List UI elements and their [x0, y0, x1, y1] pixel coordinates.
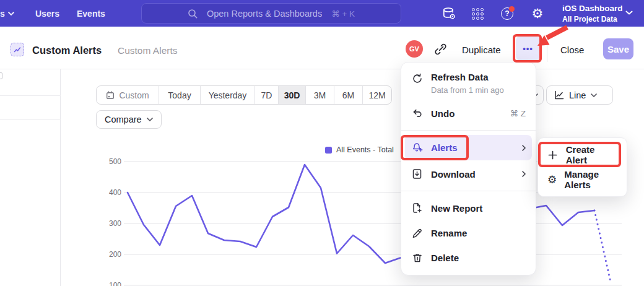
- gear-icon: ⚙: [547, 175, 557, 185]
- nav-item-events[interactable]: Events: [77, 9, 105, 19]
- search-icon: [188, 9, 198, 19]
- submenu-item-create-alert[interactable]: Create Alert: [538, 142, 627, 167]
- menu-item-alerts[interactable]: Alerts: [405, 135, 532, 160]
- save-button[interactable]: Save: [603, 38, 633, 59]
- chevron-down-icon: [625, 11, 633, 15]
- calendar-icon: [106, 91, 115, 100]
- alerts-submenu: Create Alert ⚙ Manage Alerts: [537, 137, 627, 197]
- data-management-icon[interactable]: [441, 6, 457, 22]
- chevron-right-icon: [522, 145, 526, 151]
- new-report-icon: [411, 202, 423, 214]
- divider: [0, 119, 61, 120]
- help-icon[interactable]: ?: [499, 6, 515, 22]
- chevron-down-icon: [8, 12, 14, 15]
- search-shortcut: ⌘ + K: [331, 9, 355, 19]
- trash-icon: [411, 253, 423, 263]
- legend-label: All Events - Total: [336, 145, 394, 154]
- page-title: Custom Alerts: [32, 45, 102, 56]
- app-window: s Users Events Open Reports & Dashboards…: [0, 0, 644, 286]
- line-chart-icon: [554, 90, 564, 100]
- refresh-icon: [411, 73, 423, 84]
- top-nav-bar: s Users Events Open Reports & Dashboards…: [0, 0, 644, 27]
- more-options-button[interactable]: •••: [516, 36, 540, 61]
- menu-item-rename[interactable]: Rename: [401, 220, 536, 245]
- y-axis-label: 400: [109, 188, 121, 197]
- range-7d[interactable]: 7D: [255, 86, 278, 104]
- report-header: Custom Alerts Custom Alerts GV Duplicate…: [0, 27, 644, 69]
- menu-divider: [401, 130, 536, 131]
- avatar[interactable]: GV: [406, 40, 423, 58]
- project-switcher[interactable]: iOS Dashboard All Project Data: [562, 4, 623, 24]
- divider: [547, 38, 547, 62]
- close-button[interactable]: Close: [560, 45, 584, 55]
- menu-label: Delete: [431, 253, 526, 263]
- range-30d-selected[interactable]: 30D: [278, 86, 305, 104]
- alert-bell-plus-icon: [411, 142, 423, 153]
- more-options-menu: Refresh Data Data from 1 min ago Undo ⌘ …: [401, 62, 536, 275]
- menu-label: Rename: [431, 228, 526, 238]
- y-axis-label: 500: [109, 157, 121, 166]
- chart-legend[interactable]: All Events - Total: [325, 145, 394, 154]
- chart-type-dropdown[interactable]: Line: [546, 85, 613, 105]
- plus-icon: [547, 150, 559, 160]
- range-today[interactable]: Today: [159, 86, 200, 104]
- nav-truncated-label: s: [0, 9, 5, 19]
- menu-item-new-report[interactable]: New Report: [401, 196, 536, 220]
- report-type-icon: [11, 43, 24, 56]
- project-title: iOS Dashboard: [562, 4, 623, 13]
- chevron-down-icon: [147, 118, 153, 121]
- menu-item-download[interactable]: Download: [401, 162, 536, 186]
- notification-dot: [509, 6, 515, 12]
- nav-item-users[interactable]: Users: [35, 9, 59, 19]
- y-axis-label: 100: [109, 281, 121, 286]
- nav-item-truncated[interactable]: s: [0, 9, 14, 19]
- breadcrumb[interactable]: Custom Alerts: [118, 45, 177, 56]
- project-subtitle: All Project Data: [562, 15, 623, 24]
- undo-icon: [411, 108, 423, 119]
- menu-divider: [401, 191, 536, 191]
- legend-swatch: [325, 147, 332, 154]
- copy-link-icon[interactable]: [435, 43, 446, 55]
- y-axis-label: 200: [109, 250, 121, 259]
- range-6m[interactable]: 6M: [334, 86, 362, 104]
- menu-label: New Report: [431, 203, 526, 214]
- compare-button[interactable]: Compare: [96, 110, 162, 129]
- download-icon: [411, 168, 423, 180]
- duplicate-button[interactable]: Duplicate: [462, 45, 501, 55]
- collapsed-control: [0, 72, 2, 79]
- date-range-control: Custom Today Yesterday 7D 30D 3M 6M 12M: [96, 85, 392, 105]
- refresh-status-text: Data from 1 min ago: [431, 85, 526, 95]
- submenu-item-manage-alerts[interactable]: ⚙ Manage Alerts: [538, 167, 627, 192]
- menu-item-delete[interactable]: Delete: [401, 245, 536, 270]
- menu-label: Download: [431, 169, 514, 180]
- range-12m[interactable]: 12M: [362, 86, 391, 104]
- apps-grid-icon[interactable]: [469, 6, 485, 22]
- menu-item-refresh-data[interactable]: Refresh Data Data from 1 min ago: [401, 66, 536, 101]
- series-line-projected-dotted: [594, 210, 611, 282]
- left-sidebar: [0, 69, 61, 286]
- submenu-label: Manage Alerts: [564, 169, 617, 190]
- menu-label: Undo: [431, 108, 502, 119]
- global-search-input[interactable]: Open Reports & Dashboards ⌘ + K: [141, 3, 401, 24]
- y-axis-label: 300: [109, 219, 121, 228]
- settings-gear-icon[interactable]: ⚙: [529, 6, 546, 22]
- divider: [0, 95, 61, 96]
- menu-label: Refresh Data: [431, 72, 489, 82]
- menu-label: Alerts: [431, 142, 514, 153]
- pencil-icon: [411, 228, 423, 238]
- range-yesterday[interactable]: Yesterday: [200, 86, 255, 104]
- chevron-down-icon: [591, 93, 597, 97]
- menu-item-undo[interactable]: Undo ⌘ Z: [401, 101, 536, 126]
- range-custom[interactable]: Custom: [97, 86, 159, 104]
- search-placeholder: Open Reports & Dashboards: [207, 9, 322, 19]
- submenu-label: Create Alert: [566, 144, 617, 165]
- range-3m[interactable]: 3M: [305, 86, 334, 104]
- undo-shortcut: ⌘ Z: [510, 108, 526, 118]
- chevron-right-icon: [522, 171, 526, 177]
